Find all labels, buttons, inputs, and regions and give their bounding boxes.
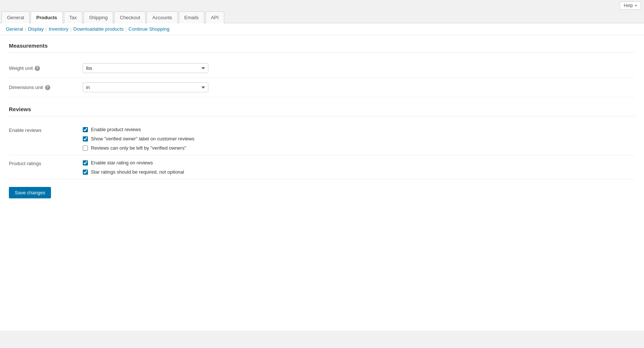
help-label: Help <box>624 3 633 8</box>
measurements-heading: Measurements <box>9 42 635 53</box>
help-button[interactable]: Help ▾ <box>620 1 641 10</box>
dimensions-unit-row: Dimensions unit ? in cm m mm yd ft <box>9 78 635 97</box>
subnav-sep-2: | <box>45 26 47 32</box>
enable-product-reviews-checkbox[interactable] <box>83 127 88 132</box>
chevron-down-icon: ▾ <box>635 4 637 7</box>
subnav-general[interactable]: General <box>6 26 23 32</box>
tabs-bar: General Products Tax Shipping Checkout A… <box>0 11 644 23</box>
subnav-sep-4: | <box>125 26 126 32</box>
weight-unit-field: lbs kg g oz <box>83 63 635 73</box>
main-content: Measurements Weight unit ? lbs kg g oz D… <box>0 35 644 331</box>
dimensions-unit-info-icon[interactable]: ? <box>45 85 50 90</box>
tab-api[interactable]: API <box>205 11 224 23</box>
weight-unit-info-icon[interactable]: ? <box>35 66 40 71</box>
tab-products[interactable]: Products <box>31 11 62 23</box>
subnav-continue-shopping[interactable]: Continue Shopping <box>129 26 170 32</box>
enable-product-reviews-label: Enable product reviews <box>91 127 141 132</box>
weight-unit-label: Weight unit ? <box>9 63 83 71</box>
enable-star-rating-option[interactable]: Enable star rating on reviews <box>83 160 184 166</box>
enable-reviews-label: Enable reviews <box>9 127 83 133</box>
subnav-sep-3: | <box>70 26 71 32</box>
enable-product-reviews-option[interactable]: Enable product reviews <box>83 127 194 132</box>
weight-unit-select[interactable]: lbs kg g oz <box>83 63 208 73</box>
dimensions-unit-label: Dimensions unit ? <box>9 82 83 90</box>
weight-unit-row: Weight unit ? lbs kg g oz <box>9 59 635 78</box>
enable-reviews-row: Enable reviews Enable product reviews Sh… <box>9 122 635 156</box>
dimensions-unit-field: in cm m mm yd ft <box>83 82 635 92</box>
subnav-display[interactable]: Display <box>28 26 44 32</box>
reviews-verified-owners-only-checkbox[interactable] <box>83 146 88 151</box>
star-ratings-required-checkbox[interactable] <box>83 170 88 175</box>
tab-checkout[interactable]: Checkout <box>114 11 146 23</box>
tab-emails[interactable]: Emails <box>179 11 204 23</box>
enable-star-rating-checkbox[interactable] <box>83 160 88 166</box>
subnav-sep-1: | <box>25 26 26 32</box>
enable-star-rating-label: Enable star rating on reviews <box>91 160 153 166</box>
tab-general[interactable]: General <box>1 11 30 23</box>
dimensions-unit-select[interactable]: in cm m mm yd ft <box>83 82 208 92</box>
show-verified-owner-option[interactable]: Show "verified owner" label on customer … <box>83 136 194 141</box>
tab-tax[interactable]: Tax <box>64 11 82 23</box>
reviews-heading: Reviews <box>9 106 635 116</box>
star-ratings-required-label: Star ratings should be required, not opt… <box>91 169 184 175</box>
save-changes-button[interactable]: Save changes <box>9 187 51 198</box>
product-ratings-row: Product ratings Enable star rating on re… <box>9 156 635 180</box>
reviews-verified-owners-only-label: Reviews can only be left by "verified ow… <box>91 145 186 151</box>
sub-nav: General | Display | Inventory | Download… <box>0 23 644 35</box>
reviews-verified-owners-only-option[interactable]: Reviews can only be left by "verified ow… <box>83 145 194 151</box>
product-ratings-label: Product ratings <box>9 160 83 166</box>
star-ratings-required-option[interactable]: Star ratings should be required, not opt… <box>83 169 184 175</box>
tab-accounts[interactable]: Accounts <box>147 11 177 23</box>
top-bar: Help ▾ <box>0 0 644 11</box>
reviews-section: Reviews Enable reviews Enable product re… <box>9 106 635 180</box>
show-verified-owner-label: Show "verified owner" label on customer … <box>91 136 194 141</box>
subnav-downloadable[interactable]: Downloadable products <box>74 26 124 32</box>
subnav-inventory[interactable]: Inventory <box>49 26 68 32</box>
product-ratings-options: Enable star rating on reviews Star ratin… <box>83 160 184 175</box>
enable-reviews-options: Enable product reviews Show "verified ow… <box>83 127 194 151</box>
show-verified-owner-checkbox[interactable] <box>83 136 88 141</box>
tab-shipping[interactable]: Shipping <box>84 11 113 23</box>
